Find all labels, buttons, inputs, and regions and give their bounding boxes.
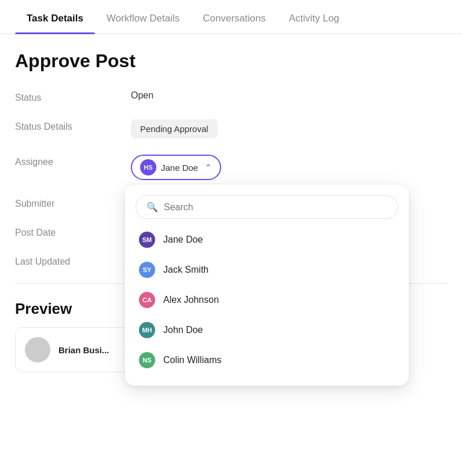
assignee-row: Assignee HS Jane Doe ⌃ 🔍 SM bbox=[15, 155, 447, 180]
item-name: Alex Johnson bbox=[163, 295, 219, 305]
list-item[interactable]: NS Colin Williams bbox=[135, 345, 398, 375]
status-details-row: Status Details Pending Approval bbox=[15, 119, 447, 138]
submitter-label: Submitter bbox=[15, 196, 131, 209]
status-details-value: Pending Approval bbox=[131, 119, 218, 138]
item-name: John Doe bbox=[163, 325, 203, 335]
preview-card: Brian Busi... bbox=[15, 327, 142, 372]
avatar: SM bbox=[139, 232, 155, 248]
status-label: Status bbox=[15, 90, 131, 103]
item-name: Jane Doe bbox=[163, 235, 203, 245]
status-value: Open bbox=[131, 90, 153, 101]
last-updated-label: Last Updated bbox=[15, 254, 131, 267]
tab-bar: Task Details Workflow Details Conversati… bbox=[0, 0, 462, 34]
list-item[interactable]: CA Alex Johnson bbox=[135, 285, 398, 315]
item-name: Colin Williams bbox=[163, 355, 221, 365]
tab-task-details[interactable]: Task Details bbox=[15, 0, 95, 34]
assignee-dropdown-trigger[interactable]: HS Jane Doe ⌃ bbox=[131, 155, 221, 180]
assignee-name: Jane Doe bbox=[161, 163, 198, 173]
page-title: Approve Post bbox=[15, 50, 447, 72]
search-box: 🔍 bbox=[135, 195, 398, 219]
list-item[interactable]: SM Jane Doe bbox=[135, 225, 398, 255]
chevron-up-icon: ⌃ bbox=[205, 163, 212, 172]
assignee-label: Assignee bbox=[15, 155, 131, 167]
preview-avatar bbox=[25, 337, 50, 363]
avatar: NS bbox=[139, 352, 155, 368]
assignee-avatar: HS bbox=[140, 159, 156, 175]
main-content: Approve Post Status Open Status Details … bbox=[0, 34, 462, 372]
list-item[interactable]: SY Jack Smith bbox=[135, 255, 398, 285]
avatar: MH bbox=[139, 322, 155, 338]
item-name: Jack Smith bbox=[163, 265, 208, 275]
assignee-field: HS Jane Doe ⌃ 🔍 SM Jane Doe bbox=[131, 155, 221, 180]
list-item[interactable]: MH John Doe bbox=[135, 315, 398, 345]
preview-name: Brian Busi... bbox=[58, 345, 109, 355]
tab-conversations[interactable]: Conversations bbox=[191, 0, 277, 34]
search-icon: 🔍 bbox=[146, 202, 158, 213]
status-details-label: Status Details bbox=[15, 119, 131, 132]
avatar: CA bbox=[139, 292, 155, 308]
status-badge: Pending Approval bbox=[131, 119, 218, 138]
assignee-dropdown-panel: 🔍 SM Jane Doe SY Jack Smith CA Alex bbox=[125, 185, 409, 386]
status-row: Status Open bbox=[15, 90, 447, 103]
tab-activity-log[interactable]: Activity Log bbox=[277, 0, 351, 34]
assignee-dropdown-container: HS Jane Doe ⌃ 🔍 SM Jane Doe bbox=[131, 155, 221, 180]
post-date-label: Post Date bbox=[15, 225, 131, 238]
tab-workflow-details[interactable]: Workflow Details bbox=[95, 0, 191, 34]
search-input[interactable] bbox=[164, 202, 387, 213]
avatar: SY bbox=[139, 262, 155, 278]
